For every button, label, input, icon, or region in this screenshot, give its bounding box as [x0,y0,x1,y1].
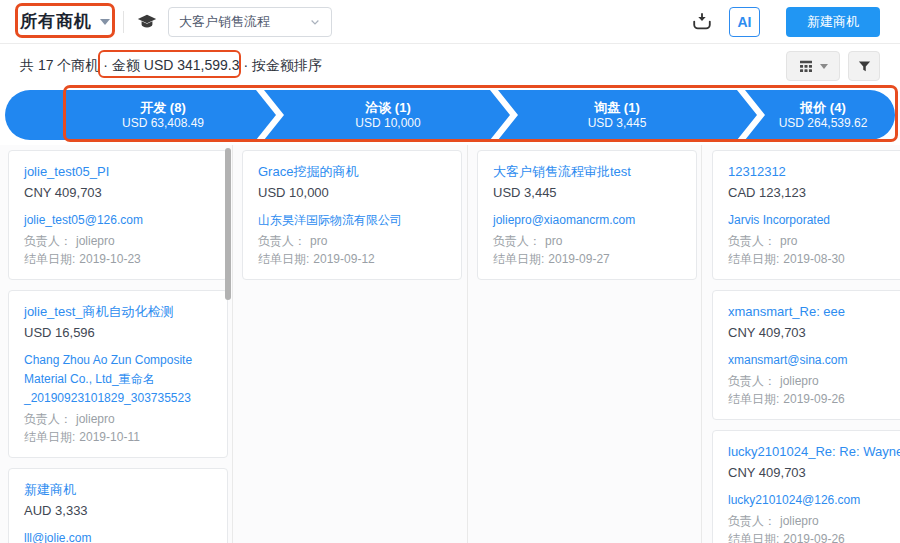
page-title[interactable]: 所有商机 [20,10,92,33]
close-date-value: 2019-09-26 [783,532,844,543]
crm-opportunities-page: 所有商机 大客户销售流程 [0,0,900,543]
opportunity-card[interactable]: jolie_test_商机自动化检测 USD 16,596 Chang Zhou… [8,290,228,458]
stage-amount: USD 3,445 [588,116,647,131]
new-opportunity-button[interactable]: 新建商机 [786,7,880,37]
top-bar-actions: AI 新建商机 [691,7,880,37]
opportunity-owner: 负责人：joliepro [24,232,212,250]
filter-button[interactable] [848,51,880,81]
opportunity-card[interactable]: lucky2101024_Re: Re: Wayne CNY 409,703 l… [712,430,900,543]
opportunity-close-date: 结单日期:2019-09-26 [728,530,900,543]
close-date-value: 2019-10-23 [79,252,140,266]
opportunity-title-link[interactable]: Grace挖掘的商机 [258,163,446,181]
close-date-label: 结单日期: [24,430,75,444]
owner-value: pro [310,234,327,248]
opportunity-contact-link[interactable]: lucky2101024@126.com [728,491,900,510]
opportunity-amount: USD 3,445 [493,184,681,201]
opportunity-close-date: 结单日期:2019-09-27 [493,250,681,268]
close-date-value: 2019-10-11 [79,430,140,444]
column-scrollbar-thumb[interactable] [225,148,231,300]
opportunity-title-link[interactable]: 大客户销售流程审批test [493,163,681,181]
opportunity-card[interactable]: jolie_test05_PI CNY 409,703 jolie_test05… [8,150,228,280]
stage-name: 开发 (8) [140,100,186,116]
owner-value: pro [780,234,797,248]
close-date-label: 结单日期: [728,252,779,266]
stage-name: 报价 (4) [800,100,846,116]
stage-negotiation[interactable]: 洽谈 (1) USD 10,000 [273,90,503,140]
opportunity-contact-link[interactable]: xmansmart@sina.com [728,351,900,370]
stage-inquiry[interactable]: 询盘 (1) USD 3,445 [503,90,731,140]
opportunity-close-date: 结单日期:2019-10-23 [24,250,212,268]
close-date-label: 结单日期: [258,252,309,266]
ai-button[interactable]: AI [729,7,760,37]
opportunity-card[interactable]: xmansmart_Re: eee CNY 409,703 xmansmart@… [712,290,900,420]
opportunity-amount: CNY 409,703 [24,184,212,201]
owner-label: 负责人： [24,412,72,426]
import-download-icon[interactable] [691,11,713,33]
opportunity-contact-link[interactable]: jolie_test05@126.com [24,211,212,230]
opportunity-card[interactable]: 12312312 CAD 123,123 Jarvis Incorporated… [712,150,900,280]
close-date-label: 结单日期: [728,392,779,406]
opportunity-company-link[interactable]: Jarvis Incorporated [728,211,900,230]
owner-label: 负责人： [728,514,776,528]
close-date-label: 结单日期: [24,252,75,266]
opportunity-amount: CAD 123,123 [728,184,900,201]
owner-value: joliepro [76,412,115,426]
stage-quotation[interactable]: 报价 (4) USD 264,539.62 [751,90,895,140]
opportunity-close-date: 结单日期:2019-08-30 [728,250,900,268]
opportunity-card[interactable]: 新建商机 AUD 3,333 lll@jolie.com 负责人：joliepr… [8,468,228,543]
opportunity-owner: 负责人：pro [258,232,446,250]
owner-label: 负责人： [24,234,72,248]
close-date-value: 2019-09-27 [548,252,609,266]
opportunity-title-link[interactable]: jolie_test05_PI [24,163,212,181]
close-date-label: 结单日期: [493,252,544,266]
opportunity-close-date: 结单日期:2019-10-11 [24,428,212,446]
summary-toolbar: 共 17 个商机 · 金额 USD 341,599.3 · 按金额排序 [0,44,900,88]
opportunity-amount: USD 10,000 [258,184,446,201]
opportunity-contact-link[interactable]: joliepro@xiaomancrm.com [493,211,681,230]
stage-develop[interactable]: 开发 (8) USD 63,408.49 [43,90,283,140]
opportunity-title-link[interactable]: jolie_test_商机自动化检测 [24,303,212,321]
opportunity-company-link[interactable]: 山东昊洋国际物流有限公司 [258,211,446,230]
grid-view-icon [798,58,814,74]
view-mode-button[interactable] [786,51,840,81]
close-date-value: 2019-09-26 [783,392,844,406]
owner-value: joliepro [76,234,115,248]
sales-flow-icon [137,12,157,32]
opportunity-close-date: 结单日期:2019-09-26 [728,390,900,408]
opportunity-amount: CNY 409,703 [728,324,900,341]
owner-value: joliepro [780,374,819,388]
kanban-column-inquiry: 大客户销售流程审批test USD 3,445 joliepro@xiaoman… [468,145,702,543]
opportunity-contact-link[interactable]: lll@jolie.com [24,529,212,543]
opportunity-amount: AUD 3,333 [24,502,212,519]
opportunity-amount: CNY 409,703 [728,464,900,481]
opportunity-owner: 负责人：joliepro [728,512,900,530]
opportunity-owner: 负责人：pro [728,232,900,250]
pipeline-flow-value: 大客户销售流程 [179,13,270,31]
opportunity-card[interactable]: Grace挖掘的商机 USD 10,000 山东昊洋国际物流有限公司 负责人：p… [242,150,462,280]
stage-amount: USD 264,539.62 [779,116,868,131]
opportunity-title-link[interactable]: xmansmart_Re: eee [728,303,900,321]
stage-amount: USD 63,408.49 [122,116,204,131]
chevron-down-icon [820,64,828,69]
opportunity-card[interactable]: 大客户销售流程审批test USD 3,445 joliepro@xiaoman… [477,150,697,280]
opportunity-owner: 负责人：joliepro [24,410,212,428]
sales-stage-pipeline: 开发 (8) USD 63,408.49 洽谈 (1) USD 10,000 询… [5,90,895,140]
kanban-column-quotation: 12312312 CAD 123,123 Jarvis Incorporated… [702,145,900,543]
opportunity-title-link[interactable]: 新建商机 [24,481,212,499]
opportunity-title-link[interactable]: 12312312 [728,163,900,181]
owner-label: 负责人： [258,234,306,248]
title-caret-down-icon[interactable] [100,19,110,25]
opportunity-title-link[interactable]: lucky2101024_Re: Re: Wayne [728,443,900,461]
summary-amount: 金额 USD 341,599.3 [112,57,240,75]
close-date-label: 结单日期: [728,532,779,543]
owner-label: 负责人： [493,234,541,248]
opportunity-company-link[interactable]: Chang Zhou Ao Zun Composite Material Co.… [24,351,212,408]
kanban-board: jolie_test05_PI CNY 409,703 jolie_test05… [0,145,900,543]
summary-count: 共 17 个商机 · [20,57,108,75]
view-controls [786,51,880,81]
summary-sort: · 按金额排序 [244,57,323,75]
owner-value: joliepro [780,514,819,528]
stage-amount: USD 10,000 [355,116,420,131]
opportunity-owner: 负责人：pro [493,232,681,250]
pipeline-flow-select[interactable]: 大客户销售流程 [168,7,332,37]
